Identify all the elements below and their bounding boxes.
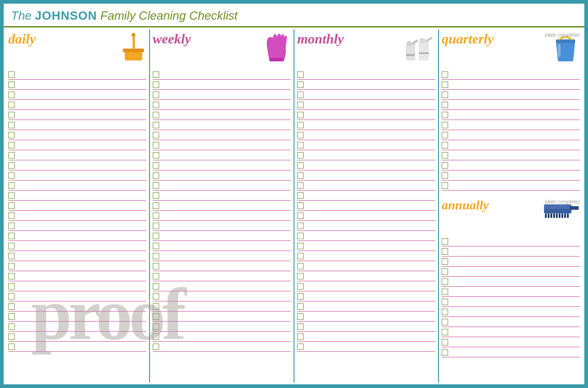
checkbox[interactable] xyxy=(297,82,304,88)
checkbox[interactable] xyxy=(297,112,304,118)
checkbox[interactable] xyxy=(8,243,15,249)
checkbox[interactable] xyxy=(442,182,448,189)
checkbox[interactable] xyxy=(297,152,304,158)
checkbox[interactable] xyxy=(153,172,159,179)
checkbox[interactable] xyxy=(297,71,304,78)
checkbox[interactable] xyxy=(442,309,448,315)
checkbox[interactable] xyxy=(442,152,448,158)
checkbox[interactable] xyxy=(442,92,448,98)
checkbox[interactable] xyxy=(442,268,448,275)
checkbox[interactable] xyxy=(442,142,448,148)
checkbox[interactable] xyxy=(8,192,15,199)
checkbox[interactable] xyxy=(153,182,159,189)
checkbox[interactable] xyxy=(8,233,15,239)
checkbox[interactable] xyxy=(153,162,159,169)
checkbox[interactable] xyxy=(8,182,15,189)
checkbox[interactable] xyxy=(442,329,448,335)
checkbox[interactable] xyxy=(297,142,304,148)
checkbox[interactable] xyxy=(442,289,448,295)
checkbox[interactable] xyxy=(297,323,304,330)
checkbox[interactable] xyxy=(297,202,304,209)
checkbox[interactable] xyxy=(442,349,448,355)
checkbox[interactable] xyxy=(442,319,448,325)
checkbox[interactable] xyxy=(153,82,159,88)
checkbox[interactable] xyxy=(153,112,159,118)
checkbox[interactable] xyxy=(8,162,15,169)
checkbox[interactable] xyxy=(153,303,159,310)
checkbox[interactable] xyxy=(8,152,15,158)
checkbox[interactable] xyxy=(297,303,304,310)
checkbox[interactable] xyxy=(297,122,304,128)
checkbox[interactable] xyxy=(8,303,15,310)
checkbox[interactable] xyxy=(8,82,15,88)
checkbox[interactable] xyxy=(8,273,15,279)
checkbox[interactable] xyxy=(297,182,304,189)
checkbox[interactable] xyxy=(442,299,448,305)
checkbox[interactable] xyxy=(153,344,159,350)
checkbox[interactable] xyxy=(297,253,304,259)
checkbox[interactable] xyxy=(442,82,448,88)
checkbox[interactable] xyxy=(8,253,15,259)
checkbox[interactable] xyxy=(442,162,448,169)
checkbox[interactable] xyxy=(153,213,159,219)
checkbox[interactable] xyxy=(297,132,304,138)
checkbox[interactable] xyxy=(153,122,159,128)
checkbox[interactable] xyxy=(153,263,159,269)
checkbox[interactable] xyxy=(8,172,15,179)
checkbox[interactable] xyxy=(153,102,159,108)
checkbox[interactable] xyxy=(153,323,159,330)
checkbox[interactable] xyxy=(297,283,304,290)
checkbox[interactable] xyxy=(442,248,448,255)
checkbox[interactable] xyxy=(153,152,159,158)
checkbox[interactable] xyxy=(153,273,159,279)
checkbox[interactable] xyxy=(297,263,304,269)
checkbox[interactable] xyxy=(442,238,448,245)
checkbox[interactable] xyxy=(8,283,15,290)
checkbox[interactable] xyxy=(8,71,15,78)
checkbox[interactable] xyxy=(8,344,15,350)
checkbox[interactable] xyxy=(442,122,448,128)
checkbox[interactable] xyxy=(442,339,448,345)
checkbox[interactable] xyxy=(153,142,159,148)
checkbox[interactable] xyxy=(8,102,15,108)
checkbox[interactable] xyxy=(153,283,159,290)
checkbox[interactable] xyxy=(153,253,159,259)
checkbox[interactable] xyxy=(153,92,159,98)
checkbox[interactable] xyxy=(297,333,304,340)
checkbox[interactable] xyxy=(8,313,15,320)
checkbox[interactable] xyxy=(153,333,159,340)
checkbox[interactable] xyxy=(297,313,304,320)
checkbox[interactable] xyxy=(297,162,304,169)
checkbox[interactable] xyxy=(8,142,15,148)
checkbox[interactable] xyxy=(297,273,304,279)
checkbox[interactable] xyxy=(153,192,159,199)
checkbox[interactable] xyxy=(442,258,448,265)
checkbox[interactable] xyxy=(153,202,159,209)
checkbox[interactable] xyxy=(153,71,159,78)
checkbox[interactable] xyxy=(8,92,15,98)
checkbox[interactable] xyxy=(297,92,304,98)
checkbox[interactable] xyxy=(297,213,304,219)
checkbox[interactable] xyxy=(8,263,15,269)
checkbox[interactable] xyxy=(8,223,15,229)
checkbox[interactable] xyxy=(8,122,15,128)
checkbox[interactable] xyxy=(8,293,15,300)
checkbox[interactable] xyxy=(442,132,448,138)
checkbox[interactable] xyxy=(297,223,304,229)
checkbox[interactable] xyxy=(8,323,15,330)
checkbox[interactable] xyxy=(297,233,304,239)
checkbox[interactable] xyxy=(8,333,15,340)
checkbox[interactable] xyxy=(8,213,15,219)
checkbox[interactable] xyxy=(8,112,15,118)
checkbox[interactable] xyxy=(153,313,159,320)
checkbox[interactable] xyxy=(153,243,159,249)
checkbox[interactable] xyxy=(442,71,448,78)
checkbox[interactable] xyxy=(153,233,159,239)
checkbox[interactable] xyxy=(442,102,448,108)
checkbox[interactable] xyxy=(153,293,159,300)
checkbox[interactable] xyxy=(153,223,159,229)
checkbox[interactable] xyxy=(297,172,304,179)
checkbox[interactable] xyxy=(297,243,304,249)
checkbox[interactable] xyxy=(153,132,159,138)
checkbox[interactable] xyxy=(442,172,448,179)
